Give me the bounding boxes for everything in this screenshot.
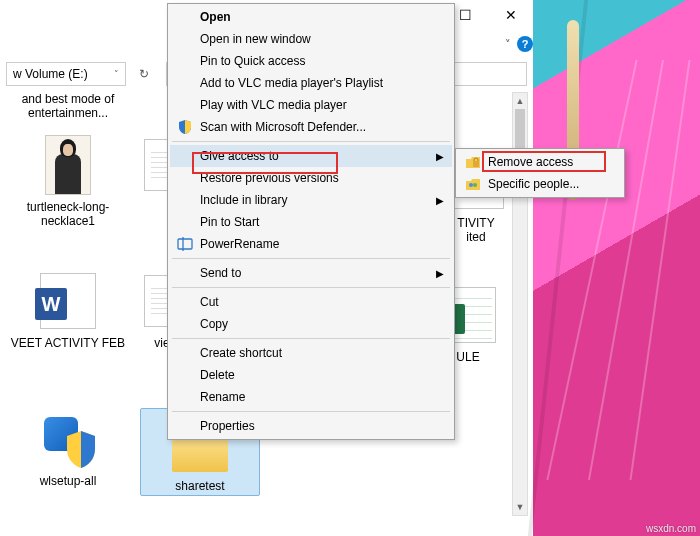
menu-item-create-shortcut[interactable]: Create shortcut <box>170 342 452 364</box>
submenu-item-specific-people[interactable]: Specific people... <box>458 173 622 195</box>
file-label: sharetest <box>143 479 257 493</box>
context-menu: Open Open in new window Pin to Quick acc… <box>167 3 455 440</box>
photo-thumbnail-icon <box>45 135 91 195</box>
scroll-down-button[interactable]: ▼ <box>513 499 527 515</box>
menu-item-cut[interactable]: Cut <box>170 291 452 313</box>
help-icon[interactable]: ? <box>517 36 533 52</box>
menu-item-properties[interactable]: Properties <box>170 415 452 437</box>
submenu-arrow-icon: ▶ <box>436 268 444 279</box>
scroll-up-button[interactable]: ▲ <box>513 93 527 109</box>
svg-rect-0 <box>178 239 192 249</box>
window-controls: ☐ ✕ <box>443 0 533 30</box>
menu-item-add-vlc-playlist[interactable]: Add to VLC media player's Playlist <box>170 72 452 94</box>
close-button[interactable]: ✕ <box>488 0 533 30</box>
svg-rect-2 <box>473 161 479 167</box>
file-item[interactable]: VEET ACTIVITY FEB <box>8 270 128 350</box>
breadcrumb-chevron-icon[interactable]: ˅ <box>114 69 119 79</box>
file-label: and best mode of entertainmen... <box>8 92 128 121</box>
file-item[interactable]: wlsetup-all <box>8 408 128 488</box>
menu-item-scan-defender[interactable]: Scan with Microsoft Defender... <box>170 116 452 138</box>
installer-icon <box>40 411 96 467</box>
svg-point-3 <box>469 183 473 187</box>
file-item[interactable]: turtleneck-long-necklace1 <box>8 134 128 229</box>
context-submenu: Remove access Specific people... <box>455 148 625 198</box>
menu-separator <box>172 258 450 259</box>
word-document-icon <box>40 273 96 329</box>
menu-item-rename[interactable]: Rename <box>170 386 452 408</box>
menu-item-include-in-library[interactable]: Include in library▶ <box>170 189 452 211</box>
menu-item-send-to[interactable]: Send to▶ <box>170 262 452 284</box>
menu-item-copy[interactable]: Copy <box>170 313 452 335</box>
desktop-wallpaper <box>533 0 700 536</box>
breadcrumb-text: w Volume (E:) <box>13 67 88 81</box>
ribbon-collapse-row: ˅ ? <box>505 34 533 54</box>
breadcrumb[interactable]: w Volume (E:) ˅ <box>6 62 126 86</box>
menu-separator <box>172 411 450 412</box>
menu-item-open[interactable]: Open <box>170 6 452 28</box>
ribbon-chevron-icon[interactable]: ˅ <box>505 38 511 51</box>
menu-item-pin-quick-access[interactable]: Pin to Quick access <box>170 50 452 72</box>
rename-icon <box>176 235 194 253</box>
shield-icon <box>176 118 194 136</box>
menu-item-powerrename[interactable]: PowerRename <box>170 233 452 255</box>
menu-item-restore-previous-versions[interactable]: Restore previous versions <box>170 167 452 189</box>
file-label: VEET ACTIVITY FEB <box>8 336 128 350</box>
submenu-arrow-icon: ▶ <box>436 195 444 206</box>
menu-item-pin-to-start[interactable]: Pin to Start <box>170 211 452 233</box>
refresh-button[interactable]: ↻ <box>132 62 156 86</box>
menu-item-delete[interactable]: Delete <box>170 364 452 386</box>
file-label: wlsetup-all <box>8 474 128 488</box>
file-label: turtleneck-long-necklace1 <box>8 200 128 229</box>
submenu-item-remove-access[interactable]: Remove access <box>458 151 622 173</box>
menu-separator <box>172 141 450 142</box>
menu-item-open-new-window[interactable]: Open in new window <box>170 28 452 50</box>
submenu-arrow-icon: ▶ <box>436 151 444 162</box>
menu-separator <box>172 287 450 288</box>
file-item[interactable]: and best mode of entertainmen... <box>8 92 128 121</box>
menu-item-play-vlc[interactable]: Play with VLC media player <box>170 94 452 116</box>
menu-separator <box>172 338 450 339</box>
people-folder-icon <box>464 175 482 193</box>
menu-item-give-access-to[interactable]: Give access to▶ <box>170 145 452 167</box>
svg-point-4 <box>473 183 477 187</box>
lock-folder-icon <box>464 153 482 171</box>
